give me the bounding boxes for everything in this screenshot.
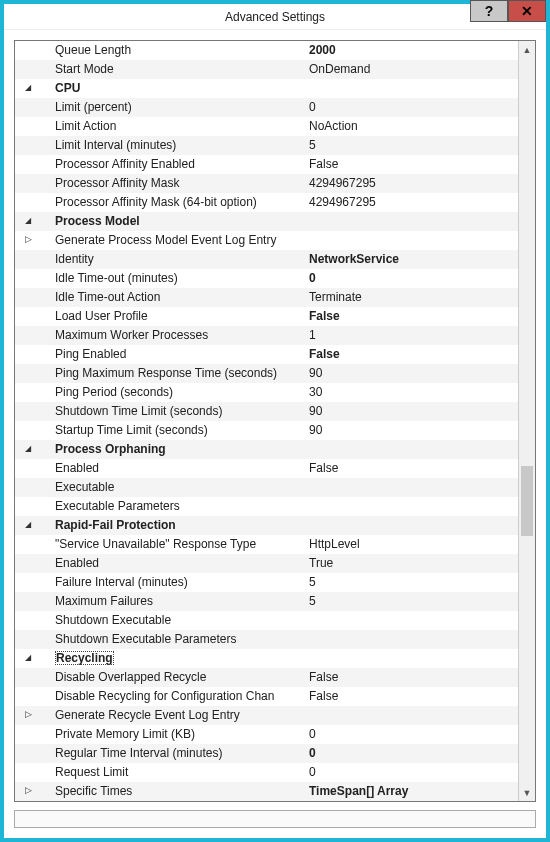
property-row[interactable]: Disable Recycling for Configuration Chan… <box>15 687 518 706</box>
property-value[interactable]: NoAction <box>309 117 518 136</box>
property-value[interactable]: TimeSpan[] Array <box>309 782 518 801</box>
property-row[interactable]: "Service Unavailable" Response TypeHttpL… <box>15 535 518 554</box>
expandable-property-row[interactable]: ▷Specific TimesTimeSpan[] Array <box>15 782 518 801</box>
collapse-icon[interactable]: ◢ <box>25 521 31 529</box>
property-value[interactable]: False <box>309 307 518 326</box>
expand-icon[interactable]: ▷ <box>25 235 32 244</box>
value-text: False <box>309 689 338 703</box>
expand-toggle[interactable]: ▷ <box>15 787 41 796</box>
property-value[interactable]: NetworkService <box>309 250 518 269</box>
collapse-icon[interactable]: ◢ <box>25 84 31 92</box>
property-row[interactable]: Processor Affinity Mask (64-bit option)4… <box>15 193 518 212</box>
property-row[interactable]: Maximum Worker Processes1 <box>15 326 518 345</box>
property-value[interactable]: HttpLevel <box>309 535 518 554</box>
property-value[interactable]: 4294967295 <box>309 193 518 212</box>
expand-icon[interactable]: ▷ <box>25 710 32 719</box>
category-header[interactable]: ◢Recycling <box>15 649 518 668</box>
property-row[interactable]: Ping Maximum Response Time (seconds)90 <box>15 364 518 383</box>
property-value[interactable]: 2000 <box>309 41 518 60</box>
property-value[interactable]: True <box>309 554 518 573</box>
property-row[interactable]: Processor Affinity EnabledFalse <box>15 155 518 174</box>
property-value[interactable]: False <box>309 668 518 687</box>
expand-toggle[interactable]: ▷ <box>15 236 41 245</box>
property-value[interactable]: 5 <box>309 573 518 592</box>
property-row[interactable]: Limit Interval (minutes)5 <box>15 136 518 155</box>
collapse-icon[interactable]: ◢ <box>25 445 31 453</box>
property-row[interactable]: Shutdown Executable <box>15 611 518 630</box>
category-header[interactable]: ◢Rapid-Fail Protection <box>15 516 518 535</box>
expand-icon[interactable]: ▷ <box>25 786 32 795</box>
property-row[interactable]: Startup Time Limit (seconds)90 <box>15 421 518 440</box>
property-value[interactable]: 4294967295 <box>309 174 518 193</box>
property-row[interactable]: IdentityNetworkService <box>15 250 518 269</box>
help-button[interactable]: ? <box>470 0 508 22</box>
property-value[interactable]: False <box>309 155 518 174</box>
property-value[interactable]: False <box>309 687 518 706</box>
property-value[interactable]: 5 <box>309 136 518 155</box>
scroll-down-icon[interactable]: ▼ <box>519 784 535 801</box>
property-row[interactable]: Queue Length2000 <box>15 41 518 60</box>
property-value[interactable]: 5 <box>309 592 518 611</box>
property-row[interactable]: EnabledTrue <box>15 554 518 573</box>
property-value[interactable]: 90 <box>309 402 518 421</box>
category-header[interactable]: ◢Process Model <box>15 212 518 231</box>
property-row[interactable]: Limit ActionNoAction <box>15 117 518 136</box>
collapse-icon[interactable]: ◢ <box>25 654 31 662</box>
property-row[interactable]: Start ModeOnDemand <box>15 60 518 79</box>
property-label: Private Memory Limit (KB) <box>41 725 309 744</box>
expand-toggle[interactable]: ◢ <box>15 446 41 454</box>
expand-toggle[interactable]: ◢ <box>15 655 41 663</box>
expand-toggle[interactable]: ◢ <box>15 218 41 226</box>
scroll-up-icon[interactable]: ▲ <box>519 41 535 58</box>
expand-toggle[interactable]: ◢ <box>15 85 41 93</box>
property-value[interactable]: 0 <box>309 763 518 782</box>
value-text: False <box>309 309 340 323</box>
scrollbar-thumb[interactable] <box>521 466 533 536</box>
property-value[interactable]: OnDemand <box>309 60 518 79</box>
property-row[interactable]: Processor Affinity Mask4294967295 <box>15 174 518 193</box>
label-text: Executable <box>55 480 114 494</box>
property-value[interactable]: Terminate <box>309 288 518 307</box>
close-button[interactable]: ✕ <box>508 0 546 22</box>
property-row[interactable]: Private Memory Limit (KB)0 <box>15 725 518 744</box>
collapse-icon[interactable]: ◢ <box>25 217 31 225</box>
value-text: 4294967295 <box>309 176 376 190</box>
property-row[interactable]: Shutdown Time Limit (seconds)90 <box>15 402 518 421</box>
property-value[interactable]: 90 <box>309 421 518 440</box>
property-row[interactable]: Idle Time-out ActionTerminate <box>15 288 518 307</box>
property-row[interactable]: Failure Interval (minutes)5 <box>15 573 518 592</box>
expand-toggle[interactable]: ◢ <box>15 522 41 530</box>
property-label: Processor Affinity Enabled <box>41 155 309 174</box>
property-row[interactable]: EnabledFalse <box>15 459 518 478</box>
category-header[interactable]: ◢CPU <box>15 79 518 98</box>
vertical-scrollbar[interactable]: ▲ ▼ <box>518 41 535 801</box>
property-row[interactable]: Ping EnabledFalse <box>15 345 518 364</box>
property-value[interactable]: 0 <box>309 98 518 117</box>
property-row[interactable]: Regular Time Interval (minutes)0 <box>15 744 518 763</box>
property-row[interactable]: Load User ProfileFalse <box>15 307 518 326</box>
property-row[interactable]: Maximum Failures5 <box>15 592 518 611</box>
property-value[interactable]: 0 <box>309 269 518 288</box>
titlebar[interactable]: Advanced Settings ? ✕ <box>4 4 546 30</box>
expandable-property-row[interactable]: ▷Generate Recycle Event Log Entry <box>15 706 518 725</box>
property-value[interactable]: False <box>309 459 518 478</box>
property-row[interactable]: Shutdown Executable Parameters <box>15 630 518 649</box>
expandable-property-row[interactable]: ▷Generate Process Model Event Log Entry <box>15 231 518 250</box>
property-value[interactable]: 0 <box>309 725 518 744</box>
property-row[interactable]: Request Limit0 <box>15 763 518 782</box>
property-value[interactable]: 0 <box>309 744 518 763</box>
property-row[interactable]: Executable Parameters <box>15 497 518 516</box>
category-header[interactable]: ◢Process Orphaning <box>15 440 518 459</box>
property-row[interactable]: Limit (percent)0 <box>15 98 518 117</box>
property-row[interactable]: Idle Time-out (minutes)0 <box>15 269 518 288</box>
expand-toggle[interactable]: ▷ <box>15 711 41 720</box>
property-row[interactable]: Executable <box>15 478 518 497</box>
property-label: Startup Time Limit (seconds) <box>41 421 309 440</box>
property-grid[interactable]: Queue Length2000Start ModeOnDemand◢CPULi… <box>14 40 536 802</box>
property-row[interactable]: Ping Period (seconds)30 <box>15 383 518 402</box>
property-row[interactable]: Disable Overlapped RecycleFalse <box>15 668 518 687</box>
property-value[interactable]: 1 <box>309 326 518 345</box>
property-value[interactable]: False <box>309 345 518 364</box>
property-value[interactable]: 90 <box>309 364 518 383</box>
property-value[interactable]: 30 <box>309 383 518 402</box>
